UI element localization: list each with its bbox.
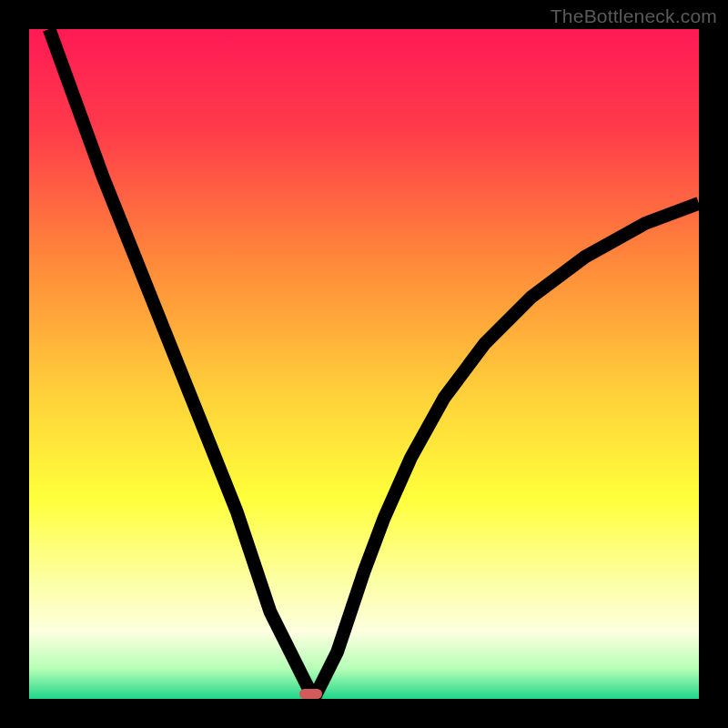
chart-frame: TheBottleneck.com: [0, 0, 728, 728]
watermark-text: TheBottleneck.com: [551, 5, 717, 27]
bottleneck-curve: [29, 29, 699, 699]
optimal-marker: [299, 689, 322, 699]
plot-area: [29, 29, 699, 699]
